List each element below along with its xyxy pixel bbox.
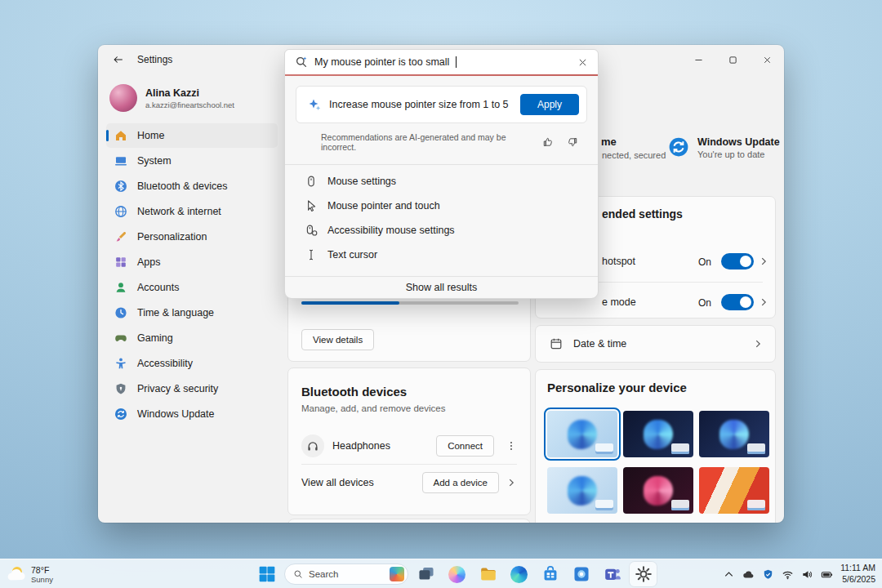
sidebar-item-system[interactable]: System — [106, 149, 278, 173]
copilot-button[interactable] — [443, 562, 470, 586]
sidebar-item-label: Time & language — [137, 307, 214, 318]
windows-update-status[interactable]: Windows Update You're up to date — [668, 136, 780, 159]
more-options-icon[interactable] — [506, 440, 517, 452]
connect-button[interactable]: Connect — [436, 435, 494, 457]
minimize-button[interactable] — [681, 45, 715, 74]
home-icon — [114, 129, 127, 142]
ai-suggestion-card: Increase mouse pointer size from 1 to 5 … — [296, 86, 587, 123]
windows-logo-icon — [258, 565, 276, 583]
search-accent-underline — [285, 74, 598, 76]
task-view-button[interactable] — [412, 562, 439, 586]
chevron-right-icon[interactable] — [758, 296, 769, 308]
taskbar-search-box[interactable]: Search — [284, 564, 408, 585]
taskbar: 78°F Sunny Search — [0, 559, 882, 588]
search-box[interactable]: My mouse pointer is too small — [285, 50, 598, 74]
sidebar-item-personalization[interactable]: Personalization — [106, 225, 278, 249]
personalize-title: Personalize your device — [547, 381, 687, 394]
date-time-row[interactable]: Date & time — [535, 325, 776, 363]
wifi-icon[interactable] — [782, 568, 794, 581]
search-result-label: Text cursor — [327, 249, 377, 261]
headphones-row[interactable]: Headphones Connect — [301, 428, 517, 464]
date-time-label: Date & time — [573, 338, 626, 350]
thumbs-up-icon[interactable] — [542, 136, 554, 148]
accessibility-icon — [114, 357, 127, 370]
search-result-mouse-settings[interactable]: Mouse settings — [285, 169, 598, 194]
edge-button[interactable] — [506, 562, 532, 586]
search-result-accessibility-mouse[interactable]: Accessibility mouse settings — [285, 218, 598, 243]
mode-label-partial: e mode — [602, 296, 636, 308]
user-profile[interactable]: Alina Kazzi a.kazzi@fineartschool.net — [109, 84, 274, 112]
sidebar-item-gaming[interactable]: Gaming — [106, 326, 278, 350]
sidebar-item-label: Personalization — [137, 231, 207, 243]
sidebar-item-windows-update[interactable]: Windows Update — [106, 402, 278, 426]
desktop-background: Settings Alina Kazzi a.kazzi@fineartscho… — [0, 0, 882, 588]
sidebar-item-accessibility[interactable]: Accessibility — [106, 351, 278, 376]
accessibility-mouse-icon — [305, 224, 318, 237]
taskbar-center: Search — [253, 559, 657, 588]
search-result-label: Mouse settings — [327, 176, 396, 187]
avatar — [109, 84, 137, 112]
back-arrow-icon — [113, 54, 124, 65]
hidden-icons-chevron[interactable] — [723, 568, 735, 581]
hotspot-toggle[interactable] — [721, 253, 754, 270]
device-status-partial: nected, secured — [602, 150, 666, 160]
thumbs-down-icon[interactable] — [567, 136, 578, 148]
sidebar-item-apps[interactable]: Apps — [106, 250, 278, 274]
privacy-shield-icon — [114, 382, 127, 395]
search-result-mouse-pointer-touch[interactable]: Mouse pointer and touch — [285, 194, 598, 218]
weather-widget[interactable]: 78°F Sunny — [7, 559, 53, 588]
photos-button[interactable] — [568, 562, 595, 586]
search-result-text-cursor[interactable]: Text cursor — [285, 243, 598, 267]
close-search-icon[interactable] — [577, 57, 588, 68]
window-preview-chip — [747, 443, 765, 454]
close-button[interactable] — [750, 45, 784, 74]
security-shield-icon[interactable] — [762, 568, 774, 581]
chevron-right-icon — [506, 477, 517, 488]
sidebar-item-home[interactable]: Home — [106, 123, 278, 148]
maximize-button[interactable] — [715, 45, 750, 74]
battery-icon[interactable] — [821, 568, 833, 581]
settings-taskbar-button[interactable] — [630, 562, 657, 586]
show-all-results[interactable]: Show all results — [285, 277, 598, 298]
search-placeholder: Search — [309, 569, 338, 579]
pointer-icon — [305, 199, 318, 212]
chevron-right-icon[interactable] — [758, 256, 769, 267]
wallpaper-thumbnail-3[interactable] — [699, 411, 769, 457]
apps-icon — [114, 256, 127, 269]
mode-toggle[interactable] — [721, 294, 754, 310]
sidebar-item-privacy[interactable]: Privacy & security — [106, 376, 278, 401]
sparkle-icon — [308, 98, 321, 111]
sidebar-item-network[interactable]: Network & internet — [106, 199, 278, 224]
wallpaper-thumbnail-5[interactable] — [623, 467, 693, 514]
file-explorer-button[interactable] — [474, 562, 501, 586]
sidebar-item-time-language[interactable]: Time & language — [106, 301, 278, 325]
add-device-button[interactable]: Add a device — [422, 472, 500, 493]
sidebar-item-bluetooth[interactable]: Bluetooth & devices — [106, 174, 278, 198]
clock[interactable]: 11:11 AM 5/6/2025 — [840, 563, 875, 585]
wallpaper-thumbnail-1[interactable] — [547, 411, 617, 457]
start-button[interactable] — [253, 562, 280, 586]
search-result-label: Mouse pointer and touch — [327, 200, 440, 212]
onedrive-icon[interactable] — [742, 568, 755, 581]
view-details-button[interactable]: View details — [301, 329, 374, 350]
mode-toggle-state: On — [698, 297, 711, 309]
wallpaper-thumbnail-2[interactable] — [623, 411, 693, 457]
back-button[interactable] — [108, 49, 129, 70]
search-flyout: My mouse pointer is too small Increase m… — [284, 49, 599, 299]
sidebar-item-label: Accounts — [137, 282, 179, 293]
sidebar-item-accounts[interactable]: Accounts — [106, 275, 278, 300]
store-button[interactable] — [537, 562, 564, 586]
wallpaper-thumbnail-4[interactable] — [547, 467, 617, 514]
apply-button[interactable]: Apply — [520, 94, 579, 115]
show-all-results-label: Show all results — [406, 282, 478, 293]
bluetooth-card-subtitle: Manage, add, and remove devices — [301, 403, 517, 413]
volume-icon[interactable] — [801, 568, 813, 581]
windows-update-icon — [114, 408, 127, 421]
sidebar-item-label: Apps — [137, 256, 161, 268]
teams-button[interactable] — [599, 562, 626, 586]
recommended-settings-title-partial: ended settings — [602, 207, 683, 220]
wallpaper-thumbnail-6[interactable] — [699, 467, 769, 514]
ai-disclaimer-row: Recommendations are AI-generated and may… — [321, 132, 578, 152]
hotspot-label-partial: hotspot — [602, 256, 635, 267]
view-all-devices-row[interactable]: View all devices Add a device — [301, 464, 517, 500]
